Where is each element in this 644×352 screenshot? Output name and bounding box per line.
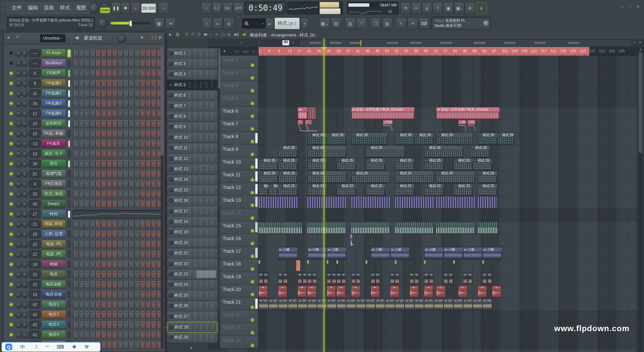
step-cell[interactable] [101, 260, 106, 268]
step-cell[interactable] [146, 200, 151, 208]
teal-stripe-clip[interactable] [259, 222, 280, 234]
channel-pan-knob[interactable] [16, 252, 21, 257]
pattern-clip[interactable]: ≡样式 26 [366, 145, 405, 158]
channel-target-display[interactable]: 40 [29, 200, 41, 208]
track-header[interactable]: Track 6... [220, 107, 258, 119]
step-cell[interactable] [129, 250, 134, 258]
step-cell[interactable] [123, 49, 128, 57]
mini-clip[interactable] [482, 260, 484, 264]
stab-clip[interactable]: ▸▸ [336, 273, 341, 284]
pattern-clip[interactable]: ≡样式 28 [395, 132, 415, 145]
vocal-clip[interactable]: ▸▸豆包 - 分手在那个秋天_(Vocals) [436, 107, 500, 119]
pattern-clip[interactable]: ≡样式 24 [259, 171, 278, 183]
channel-pan-knob[interactable] [16, 292, 21, 298]
step-cell[interactable] [146, 341, 151, 349]
step-cell[interactable] [135, 281, 140, 288]
step-cell[interactable] [73, 69, 78, 77]
channel-select-strip[interactable] [68, 110, 70, 117]
channel-select-strip[interactable] [68, 160, 70, 168]
step-cell[interactable] [107, 220, 112, 228]
step-cell[interactable] [90, 271, 95, 278]
step-cell[interactable] [118, 120, 123, 127]
pad-automation-clip[interactable]: ϟPAD_量 [467, 120, 475, 125]
step-cell[interactable] [129, 150, 134, 158]
track-mute-led[interactable] [251, 306, 254, 309]
track-mute-led[interactable] [251, 255, 254, 258]
step-cell[interactable] [107, 230, 112, 238]
step-cell[interactable] [95, 110, 101, 117]
track-menu-dots[interactable]: ... [223, 318, 225, 321]
step-cell[interactable] [140, 331, 145, 339]
step-cell[interactable] [151, 180, 156, 188]
step-cell[interactable] [151, 250, 156, 258]
crash-clip[interactable]: ▸▸ [259, 286, 268, 297]
channel-volume-knob[interactable] [22, 161, 28, 167]
track-mute-led[interactable] [251, 76, 254, 79]
vf-sample-clip[interactable]: ▸▸VF..7 [307, 298, 317, 310]
step-cell[interactable] [140, 301, 145, 308]
vocal-stripe-clip[interactable] [308, 107, 316, 119]
channel-mute-led[interactable] [10, 172, 13, 175]
teal-stripe-clip[interactable] [395, 222, 434, 234]
mini-clip[interactable] [366, 260, 367, 264]
track-menu-dots[interactable]: ... [223, 292, 225, 296]
channel-button[interactable]: 电音副歌 [42, 281, 65, 288]
channel-volume-knob[interactable] [22, 312, 28, 318]
channel-pan-knob[interactable] [16, 232, 21, 237]
step-cell[interactable] [84, 220, 90, 228]
step-cell[interactable] [107, 120, 112, 127]
track-mute-led[interactable] [251, 318, 254, 321]
step-cell[interactable] [101, 190, 106, 198]
track-menu-dots[interactable]: ... [223, 216, 225, 219]
track-name[interactable]: Track 16 [223, 236, 241, 241]
channel-pan-knob[interactable] [16, 212, 21, 217]
step-cell[interactable] [118, 130, 123, 137]
picker-item[interactable]: ≡样式 17 [167, 206, 217, 216]
automation-tab-icon[interactable]: ⌇ [258, 40, 260, 45]
step-cell[interactable] [95, 69, 101, 77]
stab-clip[interactable]: ▸▸ [468, 273, 473, 284]
channel-button[interactable]: BooBass [42, 59, 65, 67]
step-cell[interactable] [90, 200, 95, 208]
crash-clip[interactable]: ▸▸ [390, 286, 399, 297]
step-cell[interactable] [146, 69, 151, 77]
step-cell[interactable] [135, 100, 140, 107]
step-cell[interactable] [73, 130, 78, 137]
step-cell[interactable] [112, 140, 117, 148]
step-cell[interactable] [146, 230, 151, 238]
step-cell[interactable] [129, 190, 134, 198]
channel-volume-knob[interactable] [22, 232, 28, 237]
step-cell[interactable] [151, 130, 156, 137]
step-cell[interactable] [140, 150, 145, 158]
step-cell[interactable] [135, 160, 140, 168]
step-cell[interactable] [90, 69, 95, 77]
step-cell[interactable] [79, 170, 84, 178]
channel-volume-knob[interactable] [22, 272, 28, 278]
step-cell[interactable] [118, 220, 123, 228]
step-cell[interactable] [73, 180, 78, 188]
vf-sample-clip[interactable]: ▸▸VF..7 [385, 298, 395, 310]
stab-clip[interactable]: ▸▸ [448, 273, 453, 284]
step-cell[interactable] [118, 301, 123, 308]
step-cell[interactable] [101, 240, 106, 248]
step-cell[interactable] [79, 140, 84, 148]
crash-clip[interactable]: ▸▸ [351, 286, 360, 297]
step-cell[interactable] [101, 130, 106, 137]
track-header[interactable]: Track 11... [220, 170, 258, 183]
step-cell[interactable] [123, 160, 128, 168]
step-cell[interactable] [101, 230, 106, 238]
channel-target-display[interactable]: --- [29, 59, 41, 67]
channel-target-display[interactable]: 17 [29, 210, 41, 218]
stab-clip[interactable]: ▸▸ [351, 273, 356, 284]
channel-pan-knob[interactable] [16, 282, 21, 288]
step-cell[interactable] [95, 250, 101, 258]
step-cell[interactable] [101, 79, 106, 87]
track-header[interactable]: Track 10... [220, 158, 258, 170]
track-header[interactable]: Track 20... [220, 285, 258, 298]
channel-mute-led[interactable] [10, 233, 13, 236]
step-cell[interactable] [79, 130, 84, 137]
step-cell[interactable] [73, 301, 78, 308]
vf-sample-clip[interactable]: ▸▸VF..7 [482, 298, 492, 310]
pattern-clip[interactable]: ≡样式 25 [336, 158, 356, 170]
step-cell[interactable] [95, 120, 101, 127]
